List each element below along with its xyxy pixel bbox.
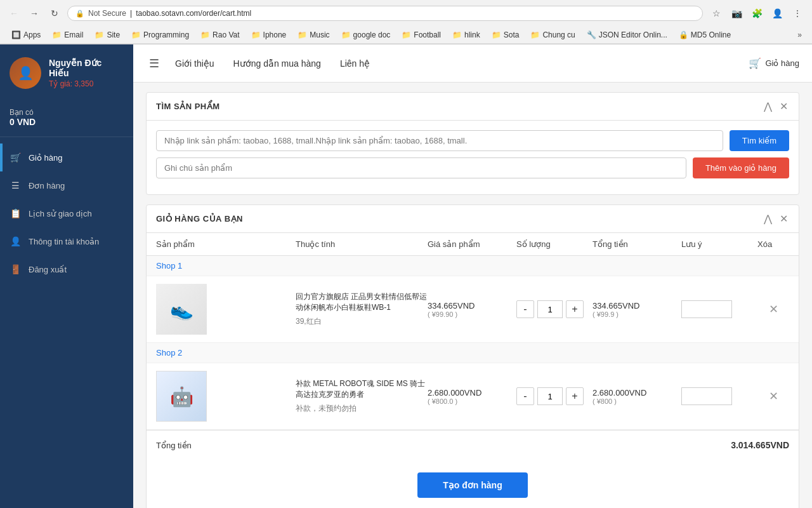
reload-button[interactable]: ↻: [47, 6, 62, 21]
shop-2-label: Shop 2: [147, 343, 799, 363]
bookmark-music-label: Music: [310, 30, 329, 39]
tool-icon: 🔧: [587, 30, 596, 39]
total-cny-2: ( ¥800 ): [593, 398, 681, 405]
bookmark-programming[interactable]: 📁 Programming: [126, 29, 194, 41]
profile-name: Nguyễn Đức Hiếu: [49, 58, 124, 78]
price-col-2: 2.680.000VND ( ¥800.0 ): [428, 388, 516, 405]
sidebar-nav: 🛒 Giỏ hàng ☰ Đơn hàng 📋 Lịch sử giao dịc…: [0, 137, 133, 508]
qty-decrease-1[interactable]: -: [516, 300, 534, 318]
nav-link-gioithieu[interactable]: Giới thiệu: [175, 55, 214, 72]
forward-button[interactable]: →: [27, 6, 42, 21]
screenshot-button[interactable]: 📷: [728, 5, 745, 22]
price-vnd-1: 334.665VND: [428, 301, 516, 311]
delete-col-2: ✕: [757, 389, 789, 403]
sidebar-item-donhang[interactable]: ☰ Đơn hàng: [0, 171, 133, 199]
cart-panel-close-button[interactable]: ✕: [778, 213, 789, 225]
bookmark-sota[interactable]: 📁 Sota: [487, 29, 525, 41]
browser-toolbar: ← → ↻ 🔒 Not Secure | taobao.sotavn.com/o…: [0, 0, 812, 27]
total-vnd-1: 334.665VND: [593, 301, 681, 311]
cart-item-2: 🤖 补款 METAL ROBOT魂 SIDE MS 骑士高达拉克罗亚的勇者 补款…: [147, 363, 799, 430]
menu-button[interactable]: ⋮: [789, 5, 806, 22]
search-button[interactable]: Tìm kiếm: [730, 130, 789, 151]
bookmark-hlink[interactable]: 📁 hlink: [447, 29, 485, 41]
col-luuy: Lưu ý: [681, 239, 757, 249]
col-thuoctinh: Thuộc tính: [296, 239, 428, 249]
note-input-1[interactable]: [681, 300, 732, 318]
create-order-button[interactable]: Tạo đơn hàng: [417, 472, 527, 498]
price-cny-2: ( ¥800.0 ): [428, 398, 516, 405]
cart-button[interactable]: 🛒 Giỏ hàng: [749, 57, 799, 69]
total-cny-1: ( ¥99.9 ): [593, 311, 681, 318]
bookmark-chungcu[interactable]: 📁 Chung cu: [525, 29, 580, 41]
qty-input-1[interactable]: [537, 300, 563, 318]
folder-icon: 📁: [131, 30, 141, 39]
note-input-2[interactable]: [681, 387, 732, 405]
col-xoa: Xóa: [757, 239, 789, 249]
apps-icon: 🔲: [11, 30, 21, 39]
star-button[interactable]: ☆: [708, 5, 724, 22]
cart-panel-collapse-button[interactable]: ⋀: [763, 213, 773, 225]
bookmark-raovat[interactable]: 📁 Rao Vat: [195, 29, 244, 41]
folder-icon: 📁: [200, 30, 210, 39]
bookmark-apps-label: Apps: [23, 30, 41, 39]
search-link-row: Tìm kiếm: [156, 130, 789, 151]
product-link-input[interactable]: [156, 130, 723, 151]
total-vnd-2: 2.680.000VND: [593, 388, 681, 398]
bookmark-apps[interactable]: 🔲 Apps: [6, 29, 46, 41]
product-info-2: 补款 METAL ROBOT魂 SIDE MS 骑士高达拉克罗亚的勇者 补款，未…: [296, 378, 428, 414]
bookmark-md5[interactable]: 🔒 MD5 Online: [674, 29, 736, 41]
bookmark-email[interactable]: 📁 Email: [47, 29, 88, 41]
folder-icon: 📁: [402, 30, 411, 39]
sidebar-item-lichsu[interactable]: 📋 Lịch sử giao dịch: [0, 199, 133, 227]
product-col-1: 👟: [156, 284, 296, 335]
bookmark-football-label: Football: [414, 30, 441, 39]
bookmark-googledoc[interactable]: 📁 google doc: [336, 29, 396, 41]
bookmarks-more-button[interactable]: »: [794, 29, 806, 41]
delete-item-2-button[interactable]: ✕: [769, 389, 778, 403]
bookmark-music[interactable]: 📁 Music: [292, 29, 334, 41]
extensions-button[interactable]: 🧩: [749, 5, 765, 22]
product-note-input[interactable]: [156, 157, 686, 178]
qty-decrease-2[interactable]: -: [516, 387, 534, 405]
folder-icon: 📁: [95, 30, 104, 39]
search-note-row: Thêm vào giỏ hàng: [156, 157, 789, 178]
browser-chrome: ← → ↻ 🔒 Not Secure | taobao.sotavn.com/o…: [0, 0, 812, 44]
back-button[interactable]: ←: [6, 6, 22, 21]
qty-input-2[interactable]: [537, 387, 563, 405]
nav-link-huongdan[interactable]: Hướng dẫn mua hàng: [233, 55, 321, 72]
search-panel-close-button[interactable]: ✕: [778, 100, 789, 112]
search-panel-collapse-button[interactable]: ⋀: [763, 100, 773, 112]
price-col-1: 334.665VND ( ¥99.90 ): [428, 301, 516, 318]
qty-increase-1[interactable]: +: [566, 300, 584, 318]
qty-increase-2[interactable]: +: [566, 387, 584, 405]
nav-link-lienhe[interactable]: Liên hệ: [340, 55, 370, 72]
sidebar-item-giohang[interactable]: 🛒 Giỏ hàng: [0, 144, 133, 171]
top-nav: ☰ Giới thiệu Hướng dẫn mua hàng Liên hệ …: [133, 44, 812, 83]
add-to-cart-button[interactable]: Thêm vào giỏ hàng: [693, 157, 789, 178]
cart-panel-controls: ⋀ ✕: [763, 213, 789, 225]
bookmark-iphone[interactable]: 📁 Iphone: [246, 29, 292, 41]
col-gia: Giá sản phẩm: [428, 239, 516, 249]
address-bar[interactable]: 🔒 Not Secure | taobao.sotavn.com/order/c…: [67, 6, 703, 21]
bookmark-md5-label: MD5 Online: [691, 30, 731, 39]
product-name-1: 回力官方旗舰店 正品男女鞋情侣低帮运动休闲帆布小白鞋板鞋WB-1: [296, 291, 428, 313]
sidebar-label-lichsu: Lịch sử giao dịch: [29, 209, 92, 218]
create-order-section: Tạo đơn hàng: [147, 460, 799, 508]
folder-icon: 📁: [492, 30, 501, 39]
cart-icon: 🛒: [749, 57, 761, 69]
profile-button[interactable]: 👤: [769, 5, 785, 22]
sidebar-item-dangxuat[interactable]: 🚪 Đăng xuất: [0, 255, 133, 283]
sidebar-label-donhang: Đơn hàng: [29, 181, 65, 190]
bookmark-jsoneditor[interactable]: 🔧 JSON Editor Onlin...: [582, 29, 672, 41]
cart-nav-icon: 🛒: [10, 152, 21, 163]
order-nav-icon: ☰: [10, 180, 21, 190]
hamburger-button[interactable]: ☰: [146, 53, 162, 74]
price-vnd-2: 2.680.000VND: [428, 388, 516, 398]
address-separator: |: [130, 9, 132, 18]
sidebar-item-taikhoan[interactable]: 👤 Thông tin tài khoản: [0, 227, 133, 255]
product-image-1: 👟: [156, 284, 207, 335]
delete-item-1-button[interactable]: ✕: [769, 302, 778, 316]
bookmark-site[interactable]: 📁 Site: [89, 29, 125, 41]
bookmark-football[interactable]: 📁 Football: [396, 29, 446, 41]
url-text: taobao.sotavn.com/order/cart.html: [136, 9, 251, 18]
